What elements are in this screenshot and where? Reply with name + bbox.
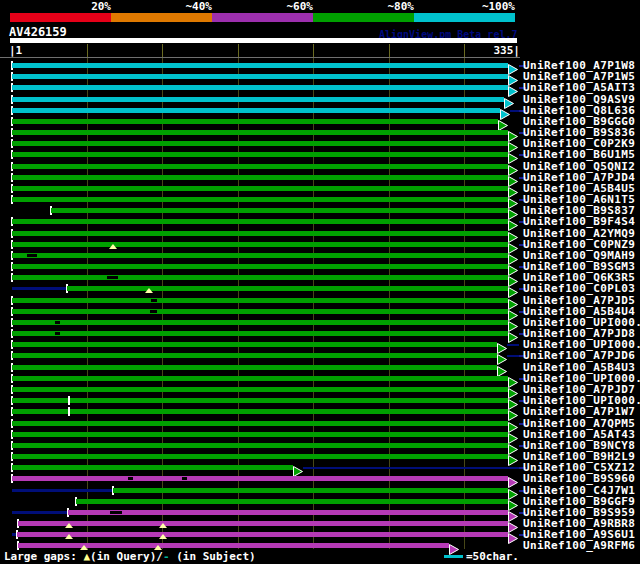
scale-segment-1 — [10, 13, 111, 22]
ruler-start-label: |1 — [9, 45, 22, 56]
alignment-bar[interactable] — [12, 476, 508, 481]
ruler-tick — [389, 44, 390, 57]
arrow-right-icon — [508, 429, 518, 440]
alignment-bar[interactable] — [12, 275, 508, 280]
row-label[interactable]: UniRef100_B9S960 — [523, 473, 635, 484]
arrow-right-icon — [508, 518, 518, 529]
scale-label-2: ~40% — [152, 1, 212, 12]
query-gap-triangle-icon — [145, 288, 153, 293]
row-label[interactable]: UniRef100_A5AIT3 — [523, 82, 635, 93]
ruler-tick — [238, 44, 239, 57]
alignment-bar[interactable] — [12, 465, 293, 470]
alignment-bar[interactable] — [12, 130, 508, 135]
alignment-bar[interactable] — [12, 253, 508, 258]
alignment-bar[interactable] — [12, 421, 508, 426]
row-label[interactable]: UniRef100_A7PJD6 — [523, 350, 635, 361]
arrow-right-icon — [508, 138, 518, 149]
subject-gap-marker — [151, 299, 157, 302]
arrow-right-icon — [508, 161, 518, 172]
scale-segment-2 — [111, 13, 212, 22]
query-gap-triangle-icon — [159, 523, 167, 528]
alignment-bar[interactable] — [68, 510, 508, 515]
alignment-bar[interactable] — [12, 197, 508, 202]
alignment-bar[interactable] — [12, 119, 498, 124]
arrow-right-icon — [508, 485, 518, 496]
subject-overhang — [303, 467, 519, 469]
alignment-bar[interactable] — [18, 521, 508, 526]
arrow-right-icon — [508, 60, 518, 71]
arrow-right-icon — [508, 373, 518, 384]
alignment-bar[interactable] — [17, 532, 508, 537]
arrow-right-icon — [508, 183, 518, 194]
scale-segment-4 — [313, 13, 414, 22]
subject-gap-marker — [150, 310, 157, 313]
alignment-bar[interactable] — [12, 376, 508, 381]
alignment-bar[interactable] — [12, 63, 508, 68]
ruler-tick — [313, 44, 314, 57]
alignment-bar[interactable] — [12, 309, 508, 314]
row-label[interactable]: UniRef100_A7P1W7 — [523, 406, 635, 417]
query-gap-triangle-icon — [109, 244, 117, 249]
arrow-right-icon — [508, 384, 518, 395]
arrow-right-icon — [508, 82, 518, 93]
alignment-bar[interactable] — [12, 74, 508, 79]
subject-gap-marker — [128, 477, 133, 480]
alignment-bar[interactable] — [67, 286, 508, 291]
alignment-bar[interactable] — [12, 175, 508, 180]
query-gap-triangle-icon — [65, 523, 73, 528]
ruler-tick — [464, 44, 465, 57]
alignment-bar[interactable] — [12, 342, 497, 347]
alignment-bar[interactable] — [12, 320, 508, 325]
scale-ruler-label: =50char. — [466, 551, 519, 562]
alignment-bar[interactable] — [12, 365, 497, 370]
alignment-bar[interactable] — [12, 85, 508, 90]
subject-overhang — [510, 110, 519, 112]
arrow-right-icon — [508, 272, 518, 283]
alignment-bar[interactable] — [12, 387, 508, 392]
alignment-bar[interactable] — [12, 432, 508, 437]
gap-legend-suffix: (in Subject) — [170, 550, 256, 563]
scale-segment-3 — [212, 13, 313, 22]
alignment-bar[interactable] — [12, 409, 508, 414]
subject-gap-marker — [107, 276, 118, 279]
alignment-bar[interactable] — [12, 186, 508, 191]
query-gap-triangle-icon — [159, 534, 167, 539]
arrow-right-icon — [508, 228, 518, 239]
row-label[interactable]: UniRef100_C0PL03 — [523, 283, 635, 294]
alignment-bar[interactable] — [113, 488, 508, 493]
alignment-bar[interactable] — [12, 141, 508, 146]
alignment-bar[interactable] — [12, 164, 508, 169]
row-label[interactable]: UniRef100_A9RFM6 — [523, 540, 635, 551]
alignment-bar[interactable] — [51, 208, 508, 213]
alignment-bar[interactable] — [12, 398, 508, 403]
alignment-bar[interactable] — [12, 331, 508, 336]
alignment-bar[interactable] — [12, 298, 508, 303]
arrow-right-icon — [508, 306, 518, 317]
ruler-tick — [87, 44, 88, 57]
alignment-bar[interactable] — [12, 443, 508, 448]
arrow-right-icon — [508, 71, 518, 82]
arrow-right-icon — [508, 216, 518, 227]
arrow-right-icon — [449, 540, 459, 551]
alignment-bar[interactable] — [12, 353, 497, 358]
alignment-bar[interactable] — [12, 454, 508, 459]
arrow-right-icon — [504, 94, 514, 105]
alignment-bar[interactable] — [12, 219, 508, 224]
alignment-bar[interactable] — [12, 231, 508, 236]
scale-label-1: 20% — [51, 1, 111, 12]
ruler-tick — [162, 44, 163, 57]
alignment-bar[interactable] — [12, 97, 504, 102]
arrow-right-icon — [497, 350, 507, 361]
gap-legend: Large gaps: ▲(in Query)/- (in Subject) — [4, 551, 256, 562]
alignment-bar[interactable] — [12, 264, 508, 269]
row-label[interactable]: UniRef100_B9F4S4 — [523, 216, 635, 227]
alignment-bar[interactable] — [76, 499, 508, 504]
subject-overhang — [12, 287, 67, 290]
alignment-bar[interactable] — [12, 152, 508, 157]
arrow-right-icon — [497, 339, 507, 350]
subject-gap-dash-icon: - — [163, 550, 170, 563]
subject-gap-marker — [55, 332, 60, 335]
alignment-bar[interactable] — [12, 242, 508, 247]
alignment-bar[interactable] — [12, 108, 500, 113]
row-label[interactable]: UniRef100_B6U1M5 — [523, 149, 635, 160]
